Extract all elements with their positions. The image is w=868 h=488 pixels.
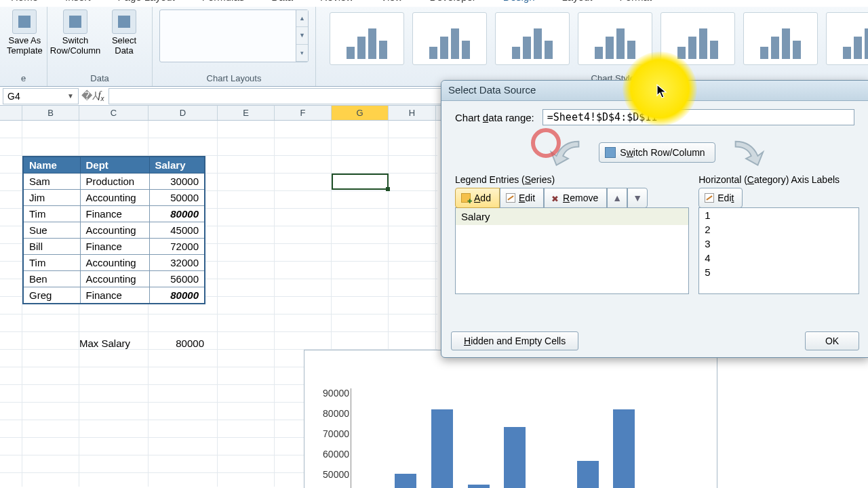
chart-bar xyxy=(613,409,635,488)
select-data-button[interactable]: Select Data xyxy=(103,9,145,56)
table-row[interactable]: TimFinance80000 xyxy=(23,206,205,222)
tab-view[interactable]: View xyxy=(376,0,406,3)
tab-format[interactable]: Format xyxy=(616,0,656,3)
arrow-right-icon xyxy=(728,138,767,167)
add-icon xyxy=(461,193,471,203)
table-row[interactable]: SueAccounting45000 xyxy=(23,222,205,239)
category-listbox[interactable]: 12345 xyxy=(698,207,859,294)
move-up-button[interactable]: ▲ xyxy=(607,188,627,208)
edit-series-button[interactable]: Edit xyxy=(500,188,544,208)
chart-bars xyxy=(351,388,642,488)
col-header[interactable] xyxy=(0,106,22,120)
list-item[interactable]: 1 xyxy=(699,208,859,222)
max-salary-label: Max Salary xyxy=(79,338,149,349)
chart-bar xyxy=(577,461,599,488)
chart-styles-gallery[interactable] xyxy=(323,9,868,71)
ribbon: Save As Template e Switch Row/Column Sel… xyxy=(0,7,868,87)
chart-style-thumb[interactable] xyxy=(330,12,404,65)
edit-category-button[interactable]: Edit xyxy=(698,188,743,208)
chart-layouts-gallery[interactable]: ▲▼▾ xyxy=(159,9,309,62)
group-label-chart-layouts: Chart Layouts xyxy=(159,71,309,86)
switch-row-column-button[interactable]: Switch Row/Column xyxy=(54,9,96,56)
series-listbox[interactable]: Salary xyxy=(455,207,689,294)
chart-bar xyxy=(504,427,526,488)
col-header-d[interactable]: D xyxy=(149,106,218,120)
chart-style-thumb[interactable] xyxy=(743,12,818,65)
tab-formulas[interactable]: Formulas xyxy=(198,0,249,3)
chart-data-range-input[interactable] xyxy=(542,109,854,125)
group-label-type: e xyxy=(7,71,40,86)
select-data-icon xyxy=(112,9,136,34)
tab-developer[interactable]: Developer xyxy=(425,0,479,3)
col-header-c[interactable]: C xyxy=(79,106,149,120)
legend-entries-header: Legend Entries (Series) xyxy=(455,174,689,185)
list-item[interactable]: 5 xyxy=(699,265,859,279)
col-header-b[interactable]: B xyxy=(22,106,79,120)
tab-insert[interactable]: Insert xyxy=(61,0,95,3)
max-salary-value: 80000 xyxy=(149,338,204,349)
chart-style-thumb[interactable] xyxy=(578,12,652,65)
list-item[interactable]: 2 xyxy=(699,222,859,237)
name-box-value: G4 xyxy=(7,91,20,102)
chart-style-thumb[interactable] xyxy=(412,12,487,65)
list-item[interactable]: Salary xyxy=(456,208,688,225)
table-row[interactable]: SamProduction30000 xyxy=(23,174,205,190)
tab-data[interactable]: Data xyxy=(267,0,297,3)
chart-bar xyxy=(468,485,490,489)
th-name: Name xyxy=(23,157,80,174)
list-item[interactable]: 4 xyxy=(699,251,859,265)
max-salary-row: Max Salary 80000 xyxy=(79,338,204,349)
table-row[interactable]: BenAccounting56000 xyxy=(23,271,205,287)
remove-icon xyxy=(550,193,559,203)
chart-data-range-label: Chart data range: xyxy=(455,112,534,123)
table-row[interactable]: GregFinance80000 xyxy=(23,287,205,304)
add-series-button[interactable]: Add xyxy=(455,188,500,208)
salary-table[interactable]: Name Dept Salary SamProduction30000JimAc… xyxy=(22,156,205,304)
active-cell[interactable] xyxy=(332,174,389,190)
list-item[interactable]: 3 xyxy=(699,237,859,251)
tab-review[interactable]: Review xyxy=(316,0,357,3)
edit-icon xyxy=(705,193,714,203)
switch-icon xyxy=(605,147,616,158)
dialog-title[interactable]: Select Data Source xyxy=(441,81,868,101)
hidden-empty-cells-button[interactable]: Hidden and Empty Cells xyxy=(451,331,578,350)
th-dept: Dept xyxy=(80,157,149,174)
table-row[interactable]: TimAccounting32000 xyxy=(23,255,205,271)
tab-design[interactable]: Design xyxy=(499,0,539,3)
chart-bar xyxy=(395,474,416,488)
ribbon-tabs: Home Insert Page Layout Formulas Data Re… xyxy=(0,0,868,7)
col-header-e[interactable]: E xyxy=(218,106,275,120)
chart-style-thumb[interactable] xyxy=(826,12,868,65)
col-header-f[interactable]: F xyxy=(275,106,332,120)
chart-y-axis: 0100002000030000400005000060000700008000… xyxy=(311,388,349,488)
move-down-button[interactable]: ▼ xyxy=(627,188,648,208)
edit-icon xyxy=(506,193,515,203)
click-indicator-ring xyxy=(531,128,561,158)
select-data-source-dialog: Select Data Source Chart data range: Swi… xyxy=(441,80,868,358)
table-row[interactable]: JimAccounting50000 xyxy=(23,190,205,206)
col-header-h[interactable]: H xyxy=(389,106,436,120)
name-box[interactable]: G4 ▼ xyxy=(3,88,79,104)
col-header-g[interactable]: G xyxy=(332,106,389,120)
chart-bar xyxy=(431,409,453,488)
embedded-chart[interactable]: 0100002000030000400005000060000700008000… xyxy=(304,350,717,488)
template-icon xyxy=(12,9,37,34)
switch-row-column-dialog-button[interactable]: Switch Row/Column xyxy=(599,142,715,163)
ok-button[interactable]: OK xyxy=(805,331,859,350)
chart-style-thumb[interactable] xyxy=(495,12,570,65)
fx-icon[interactable]: fx xyxy=(94,89,108,102)
group-label-data: Data xyxy=(54,71,145,86)
name-box-dropdown-icon[interactable]: ▼ xyxy=(67,92,74,100)
tab-home[interactable]: Home xyxy=(7,0,42,3)
remove-series-button[interactable]: Remove xyxy=(544,188,607,208)
table-row[interactable]: BillFinance72000 xyxy=(23,239,205,255)
category-axis-header: Horizontal (Category) Axis Labels xyxy=(698,174,859,185)
tab-layout[interactable]: Layout xyxy=(558,0,597,3)
save-as-template-button[interactable]: Save As Template xyxy=(7,9,43,56)
switch-icon xyxy=(63,9,87,34)
th-salary: Salary xyxy=(149,157,205,174)
chart-style-thumb[interactable] xyxy=(660,12,735,65)
tab-page-layout[interactable]: Page Layout xyxy=(114,0,179,3)
